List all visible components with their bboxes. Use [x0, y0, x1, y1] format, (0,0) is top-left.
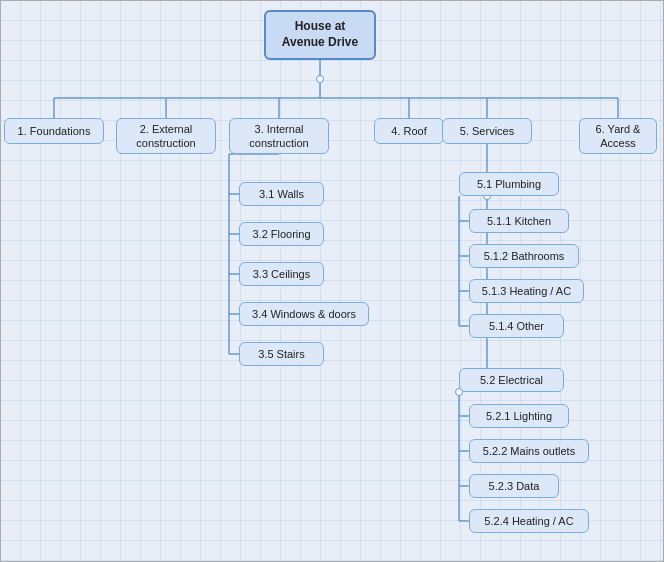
collapse-dot-root[interactable] — [316, 75, 324, 83]
node-plumbing-label: 5.1 Plumbing — [477, 177, 541, 191]
node-yard-access: 6. Yard & Access — [579, 118, 657, 154]
node-lighting-label: 5.2.1 Lighting — [486, 409, 552, 423]
node-heating-ac-plumbing: 5.1.3 Heating / AC — [469, 279, 584, 303]
node-ceilings-label: 3.3 Ceilings — [253, 267, 310, 281]
node-foundations: 1. Foundations — [4, 118, 104, 144]
node-data: 5.2.3 Data — [469, 474, 559, 498]
node-flooring: 3.2 Flooring — [239, 222, 324, 246]
node-heating-ac-electrical: 5.2.4 Heating / AC — [469, 509, 589, 533]
node-electrical-label: 5.2 Electrical — [480, 373, 543, 387]
node-mains-outlets-label: 5.2.2 Mains outlets — [483, 444, 575, 458]
node-yard-access-label: 6. Yard & Access — [596, 122, 641, 151]
node-walls-label: 3.1 Walls — [259, 187, 304, 201]
node-plumbing: 5.1 Plumbing — [459, 172, 559, 196]
node-external-construction: 2. External construction — [116, 118, 216, 154]
node-heating-ac-electrical-label: 5.2.4 Heating / AC — [484, 514, 573, 528]
node-stairs-label: 3.5 Stairs — [258, 347, 304, 361]
node-internal-construction-label: 3. Internal construction — [249, 122, 308, 151]
node-mains-outlets: 5.2.2 Mains outlets — [469, 439, 589, 463]
node-bathrooms-label: 5.1.2 Bathrooms — [484, 249, 565, 263]
node-data-label: 5.2.3 Data — [489, 479, 540, 493]
root-node: House at Avenue Drive — [264, 10, 376, 60]
node-walls: 3.1 Walls — [239, 182, 324, 206]
node-kitchen-label: 5.1.1 Kitchen — [487, 214, 551, 228]
node-bathrooms: 5.1.2 Bathrooms — [469, 244, 579, 268]
node-electrical: 5.2 Electrical — [459, 368, 564, 392]
node-roof: 4. Roof — [374, 118, 444, 144]
node-foundations-label: 1. Foundations — [18, 124, 91, 138]
root-label: House at Avenue Drive — [282, 19, 358, 50]
node-windows-doors: 3.4 Windows & doors — [239, 302, 369, 326]
node-lighting: 5.2.1 Lighting — [469, 404, 569, 428]
node-kitchen: 5.1.1 Kitchen — [469, 209, 569, 233]
node-internal-construction: 3. Internal construction — [229, 118, 329, 154]
node-roof-label: 4. Roof — [391, 124, 426, 138]
node-stairs: 3.5 Stairs — [239, 342, 324, 366]
node-heating-ac-plumbing-label: 5.1.3 Heating / AC — [482, 284, 571, 298]
node-services: 5. Services — [442, 118, 532, 144]
node-external-construction-label: 2. External construction — [136, 122, 195, 151]
node-flooring-label: 3.2 Flooring — [252, 227, 310, 241]
node-other-label: 5.1.4 Other — [489, 319, 544, 333]
node-other: 5.1.4 Other — [469, 314, 564, 338]
node-windows-doors-label: 3.4 Windows & doors — [252, 307, 356, 321]
node-ceilings: 3.3 Ceilings — [239, 262, 324, 286]
node-services-label: 5. Services — [460, 124, 514, 138]
